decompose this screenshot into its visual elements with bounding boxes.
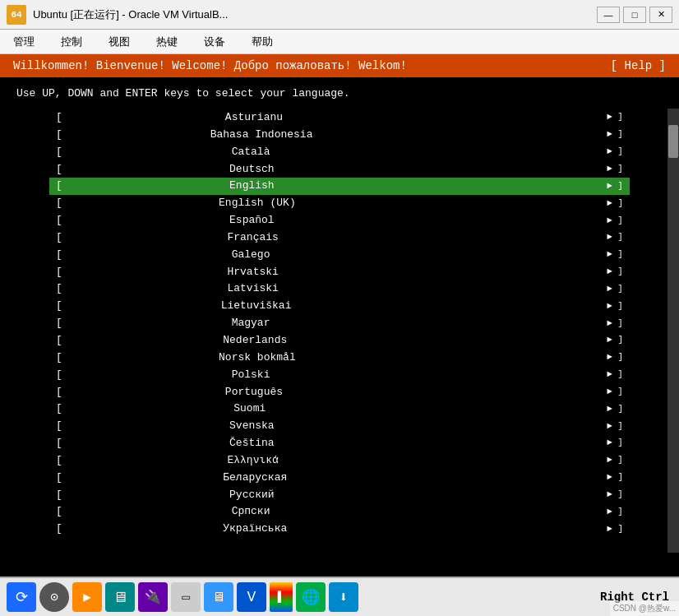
taskbar-icon-4[interactable]: 🖥 <box>105 582 135 612</box>
lang-arrow: ► ] <box>607 248 623 262</box>
lang-name: Hrvatski <box>227 265 278 280</box>
lang-name: Polski <box>232 368 270 383</box>
scrollbar[interactable] <box>667 109 679 553</box>
lang-arrow: ► ] <box>607 128 623 141</box>
taskbar-icon-3[interactable]: ▶ <box>72 582 102 612</box>
bracket-open: [ <box>56 488 62 503</box>
bracket-open: [ <box>56 419 62 434</box>
taskbar-icon-5[interactable]: 🔌 <box>138 582 168 612</box>
lang-arrow: ► ] <box>607 523 623 536</box>
taskbar-icon-7-symbol: 🖥 <box>212 590 225 605</box>
language-item-11[interactable]: [ Lietuviškai ► ] <box>49 298 630 315</box>
maximize-button[interactable]: □ <box>623 7 646 23</box>
lang-name: Suomi <box>233 401 266 417</box>
language-item-1[interactable]: [ Bahasa Indonesia ► ] <box>49 127 630 144</box>
lang-arrow: ► ] <box>607 197 623 211</box>
language-item-2[interactable]: [ Català ► ] <box>49 144 630 161</box>
language-item-10[interactable]: [ Latviski ► ] <box>49 280 630 298</box>
minimize-button[interactable]: — <box>597 7 620 23</box>
scrollbar-thumb[interactable] <box>668 125 678 158</box>
lang-name: Ελληνικά <box>227 453 278 469</box>
language-item-15[interactable]: [ Polski ► ] <box>49 367 630 384</box>
language-item-24[interactable]: [ Українська ► ] <box>49 521 630 538</box>
lang-arrow: ► ] <box>607 506 623 519</box>
language-item-5[interactable]: [ English (UK) ► ] <box>49 195 630 212</box>
bracket-open: [ <box>56 350 62 366</box>
lang-arrow: ► ] <box>607 437 623 450</box>
taskbar-icon-1[interactable]: ⟳ <box>7 582 36 612</box>
bracket-open: [ <box>56 196 62 211</box>
vm-screen: Willkommen! Bienvenue! Welcome! Добро по… <box>0 54 679 588</box>
language-item-14[interactable]: [ Norsk bokmål ► ] <box>49 350 630 367</box>
lang-arrow: ► ] <box>607 300 623 313</box>
lang-arrow: ► ] <box>607 111 623 124</box>
lang-name: Norsk bokmål <box>219 350 296 366</box>
lang-name: Svenska <box>229 419 275 434</box>
bracket-open: [ <box>56 145 62 160</box>
lang-arrow: ► ] <box>607 489 623 502</box>
bracket-open: [ <box>56 248 62 263</box>
lang-name: Català <box>232 145 270 160</box>
language-item-9[interactable]: [ Hrvatski ► ] <box>49 264 630 281</box>
welcome-bar: Willkommen! Bienvenue! Welcome! Добро по… <box>0 54 679 77</box>
bracket-open: [ <box>56 178 62 194</box>
taskbar-icon-6[interactable]: ▭ <box>171 582 201 612</box>
lang-arrow: ► ] <box>607 351 623 364</box>
menu-view[interactable]: 视图 <box>102 33 136 51</box>
lang-name: English (UK) <box>219 196 296 211</box>
language-item-22[interactable]: [ Русский ► ] <box>49 487 630 504</box>
language-item-6[interactable]: [ Español ► ] <box>49 212 630 229</box>
language-item-20[interactable]: [ Ελληνικά ► ] <box>49 452 630 470</box>
language-item-3[interactable]: [ Deutsch ► ] <box>49 161 630 178</box>
lang-name: Español <box>229 213 275 229</box>
taskbar-icon-3-symbol: ▶ <box>83 589 91 605</box>
language-item-12[interactable]: [ Magyar ► ] <box>49 315 630 332</box>
taskbar-icon-9[interactable]: ▌ <box>270 582 293 612</box>
menu-help[interactable]: 帮助 <box>245 33 279 51</box>
menu-devices[interactable]: 设备 <box>197 33 232 51</box>
bracket-open: [ <box>56 299 62 314</box>
language-item-8[interactable]: [ Galego ► ] <box>49 247 630 264</box>
lang-name: Latviski <box>227 281 278 297</box>
language-item-21[interactable]: [ Беларуская ► ] <box>49 470 630 487</box>
help-button[interactable]: [ Help ] <box>611 59 666 72</box>
language-item-0[interactable]: [ Asturianu ► ] <box>49 109 630 127</box>
language-item-18[interactable]: [ Svenska ► ] <box>49 418 630 435</box>
language-item-4[interactable]: [ English ► ] <box>49 178 630 195</box>
language-item-17[interactable]: [ Suomi ► ] <box>49 401 630 418</box>
taskbar-icon-8[interactable]: V <box>237 582 266 612</box>
window-title: Ubuntu [正在运行] - Oracle VM VirtualB... <box>33 7 597 22</box>
language-item-19[interactable]: [ Čeština ► ] <box>49 435 630 452</box>
welcome-text: Willkommen! Bienvenue! Welcome! Добро по… <box>13 59 407 72</box>
lang-arrow: ► ] <box>607 317 623 331</box>
bracket-open: [ <box>56 281 62 297</box>
language-item-23[interactable]: [ Српски ► ] <box>49 503 630 521</box>
bracket-open: [ <box>56 316 62 331</box>
language-item-13[interactable]: [ Nederlands ► ] <box>49 332 630 350</box>
bracket-open: [ <box>56 453 62 469</box>
lang-arrow: ► ] <box>607 266 623 279</box>
lang-arrow: ► ] <box>607 231 623 244</box>
menu-hotkeys[interactable]: 热键 <box>150 33 184 51</box>
taskbar-icon-4-symbol: 🖥 <box>113 589 127 606</box>
lang-name: Deutsch <box>229 162 275 178</box>
bracket-open: [ <box>56 368 62 383</box>
close-button[interactable]: ✕ <box>649 7 672 23</box>
taskbar-icon-2[interactable]: ⊙ <box>39 582 69 612</box>
lang-name: Lietuviškai <box>221 299 292 314</box>
menu-manage[interactable]: 管理 <box>7 33 41 51</box>
lang-arrow: ► ] <box>607 180 623 193</box>
taskbar-icon-9-symbol: ▌ <box>278 591 284 604</box>
menu-control[interactable]: 控制 <box>54 33 89 51</box>
language-item-7[interactable]: [ Français ► ] <box>49 229 630 247</box>
instruction-text: Use UP, DOWN and ENTER keys to select yo… <box>0 77 679 106</box>
lang-arrow: ► ] <box>607 471 623 484</box>
taskbar-icon-11[interactable]: ⬇ <box>329 582 358 612</box>
window-controls: — □ ✕ <box>597 7 672 23</box>
taskbar-icon-10[interactable]: 🌐 <box>296 582 326 612</box>
lang-name: Русский <box>229 488 275 503</box>
taskbar-icon-6-symbol: ▭ <box>182 589 190 605</box>
language-item-16[interactable]: [ Português ► ] <box>49 384 630 401</box>
taskbar-icon-7[interactable]: 🖥 <box>204 582 233 612</box>
menu-bar: 管理 控制 视图 热键 设备 帮助 <box>0 30 679 54</box>
